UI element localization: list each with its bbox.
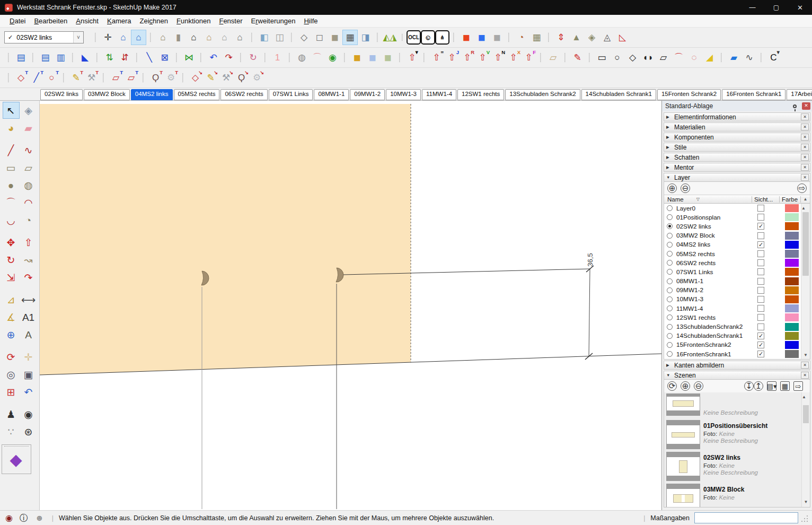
- scene-refresh-icon[interactable]: ⟳: [667, 381, 677, 391]
- maximize-button[interactable]: ▢: [764, 0, 788, 15]
- layer-color-swatch[interactable]: [785, 259, 799, 267]
- layer-visible-checkbox[interactable]: [757, 214, 764, 221]
- scroll-up-icon[interactable]: ▲: [801, 206, 806, 211]
- cube-orange-icon[interactable]: ◼: [349, 50, 365, 65]
- section-layer[interactable]: ▼ Layer ✕: [664, 173, 810, 182]
- scene-details-icon[interactable]: ⇨: [793, 381, 803, 391]
- layer-visible-checkbox[interactable]: [757, 351, 764, 357]
- face-icon[interactable]: ▱: [545, 50, 561, 65]
- close-section-icon[interactable]: ✕: [801, 164, 809, 171]
- layer-radio[interactable]: [667, 260, 673, 266]
- label-circle-icon[interactable]: ○T: [44, 70, 59, 85]
- scene-tab[interactable]: 12SW1 rechts: [457, 89, 504, 100]
- scene-remove-icon[interactable]: ⊖: [694, 381, 703, 391]
- layer-radio[interactable]: [667, 242, 673, 248]
- layer-color-swatch[interactable]: [785, 213, 799, 221]
- label-wrench-icon[interactable]: ⚒T: [84, 70, 99, 85]
- polygon-on-face-icon[interactable]: ◇: [625, 50, 640, 65]
- scene-tab[interactable]: 04MS2 links: [131, 89, 173, 100]
- squiggle-icon[interactable]: ∿: [742, 50, 757, 65]
- orbit-tool-icon[interactable]: ⟳: [3, 348, 20, 365]
- layer-visible-checkbox[interactable]: [757, 232, 764, 239]
- label-line-icon[interactable]: ╱T: [29, 70, 44, 85]
- scene-list-item[interactable]: 02SW2 links Foto: Keine Keine Beschreibu…: [666, 452, 800, 481]
- scene-tab[interactable]: 16Fronten Schrank1: [722, 89, 785, 100]
- push-j-icon[interactable]: ⇧J: [444, 50, 460, 65]
- arrows-down-up-icon[interactable]: ⇵: [117, 50, 133, 65]
- label-arrow-wrench-icon[interactable]: ⚒↘: [218, 70, 234, 85]
- section-szenen[interactable]: ▼ Szenen ✕: [664, 371, 810, 380]
- arc-on-face-icon[interactable]: ⌒: [671, 50, 686, 65]
- scene-tab[interactable]: 05MS2 rechts: [174, 89, 220, 100]
- edge-line-1-icon[interactable]: ╲: [142, 50, 157, 65]
- layer-color-swatch[interactable]: [785, 323, 799, 331]
- close-section-icon[interactable]: ✕: [801, 134, 809, 141]
- surface-pencil-icon[interactable]: ✎: [570, 50, 585, 65]
- scene-add-icon[interactable]: ⊕: [681, 381, 690, 391]
- back-edges-style-icon[interactable]: ◫: [272, 30, 287, 45]
- view-box-side-icon[interactable]: ▮: [171, 30, 186, 45]
- menu-datei[interactable]: Datei: [5, 15, 30, 27]
- layer-row[interactable]: 08MW1-1: [664, 277, 801, 286]
- scene-tab[interactable]: 15Fronten Schrank2: [657, 89, 721, 100]
- protractor-tool-icon[interactable]: ∡: [3, 309, 20, 326]
- layer-visible-checkbox[interactable]: [757, 314, 764, 321]
- ellipse-on-face-icon[interactable]: ◖◗: [640, 50, 656, 65]
- hidden-line-style-icon[interactable]: ◻: [312, 30, 327, 45]
- layer-radio[interactable]: [667, 223, 673, 229]
- scene-scrollbar[interactable]: ▲ ▼: [801, 392, 810, 507]
- menu-bearbeiten[interactable]: Bearbeiten: [30, 15, 72, 27]
- blue-cube-icon[interactable]: ◼: [474, 30, 489, 45]
- label-diamond-icon[interactable]: ◇T: [13, 70, 29, 85]
- layer-scrollbar[interactable]: ▲ ▼: [801, 204, 810, 359]
- shaded-style-icon[interactable]: ◼: [327, 30, 342, 45]
- layer-radio[interactable]: [667, 278, 673, 284]
- layer-details-icon[interactable]: ⇨: [797, 183, 807, 193]
- layer-page-3-icon[interactable]: ▥: [53, 50, 68, 65]
- layer-row[interactable]: 02SW2 links: [664, 222, 801, 231]
- label-arrow-diamond-icon[interactable]: ◇↘: [188, 70, 203, 85]
- layer-radio[interactable]: [667, 351, 673, 357]
- menu-ansicht[interactable]: Ansicht: [72, 15, 103, 27]
- layer-row[interactable]: 11MW1-4: [664, 304, 801, 313]
- label-gear-icon[interactable]: ⚙T: [163, 70, 179, 85]
- label-pencil-icon[interactable]: ✎T: [68, 70, 84, 85]
- layer-row[interactable]: 12SW1 rechts: [664, 313, 801, 322]
- monochrome-style-icon[interactable]: ◨: [358, 30, 373, 45]
- pie-arc-tool-icon[interactable]: ◠: [20, 194, 37, 211]
- section-schatten[interactable]: ▶ Schatten ✕: [664, 153, 810, 162]
- layer-row[interactable]: 07SW1 Links: [664, 267, 801, 276]
- scroll-down-icon[interactable]: ▼: [801, 351, 810, 359]
- menu-kamera[interactable]: Kamera: [103, 15, 136, 27]
- xray-style-icon[interactable]: ◧: [257, 30, 272, 45]
- push-f-icon[interactable]: ⇧F: [521, 50, 536, 65]
- layer-page-1-icon[interactable]: ▤: [13, 50, 29, 65]
- label-find-icon[interactable]: ϘT: [148, 70, 163, 85]
- menu-fenster[interactable]: Fenster: [215, 15, 246, 27]
- layer-visible-checkbox[interactable]: [757, 342, 764, 348]
- text-tool-icon[interactable]: A1: [20, 309, 37, 326]
- scroll-down-icon[interactable]: ▼: [802, 498, 810, 506]
- layer-row[interactable]: 16FrontenSchrank1: [664, 349, 801, 358]
- stamp-icon[interactable]: ▲: [569, 30, 584, 45]
- layer-color-swatch[interactable]: [785, 232, 799, 240]
- layer-color-swatch[interactable]: [785, 277, 799, 285]
- menu-funktionen[interactable]: Funktionen: [172, 15, 215, 27]
- sandbox-from-scratch-icon[interactable]: ▦: [529, 30, 544, 45]
- scene-tab[interactable]: 10MW1-3: [386, 89, 421, 100]
- layer-visible-checkbox[interactable]: [757, 250, 764, 257]
- ocl-paint-icon[interactable]: ◵: [421, 30, 435, 45]
- numeral-one-icon[interactable]: 1: [270, 50, 285, 65]
- ocl-cutlist-icon[interactable]: OCL: [407, 30, 421, 45]
- layer-add-icon[interactable]: ⊕: [667, 183, 677, 193]
- layer-row[interactable]: 15FrontenSchrank2: [664, 340, 801, 349]
- layer-row[interactable]: 03MW2 Block: [664, 231, 801, 240]
- rect-on-face-icon[interactable]: ▭: [594, 50, 610, 65]
- layer-color-swatch[interactable]: [785, 304, 799, 312]
- layer-visible-checkbox[interactable]: [757, 223, 764, 230]
- view-iso-blue-icon[interactable]: ⌂: [131, 30, 146, 45]
- follow-me-tool-icon[interactable]: ↝: [20, 251, 37, 268]
- layer-radio[interactable]: [667, 342, 673, 348]
- scrollbar-thumb[interactable]: [803, 405, 809, 423]
- layer-row[interactable]: Layer0: [664, 204, 801, 213]
